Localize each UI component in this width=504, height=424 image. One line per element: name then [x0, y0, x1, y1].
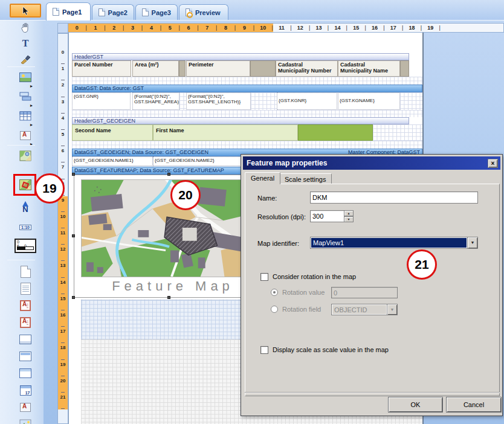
char-image-button[interactable]: A	[18, 400, 33, 414]
chevron-down-icon[interactable]: ▼	[467, 237, 477, 248]
select-tool-button[interactable]	[10, 4, 41, 18]
data-field[interactable]: {GST.KGNAME}	[338, 92, 400, 110]
label-icon: A	[20, 131, 31, 140]
consider-rotation-label: Consider rotation in the map	[273, 273, 356, 280]
tab-general[interactable]: General	[245, 172, 280, 184]
flyout-arrow-icon[interactable]: ▸	[30, 141, 33, 147]
hand-icon	[21, 22, 31, 33]
cancel-button[interactable]: Cancel	[446, 397, 502, 413]
insert-table-button[interactable]	[18, 109, 33, 123]
scale-bar-button[interactable]: 0 60	[12, 237, 39, 255]
data-field[interactable]: {GST_GEOEIGEN.NAME1}	[72, 156, 153, 166]
display-scale-checkbox[interactable]	[260, 346, 268, 354]
page-component-button[interactable]	[18, 265, 33, 279]
map-identifier-dropdown[interactable]: MapView1 ▼	[310, 237, 478, 249]
chevron-down-icon[interactable]: ▼	[387, 304, 397, 315]
selection-handle[interactable]	[72, 173, 75, 176]
flyout-arrow-icon[interactable]: ▸	[30, 122, 33, 127]
ok-button[interactable]: OK	[388, 397, 443, 413]
tool-palette: T ▸ ▸ ▸	[0, 21, 44, 424]
dialog-title-bar[interactable]: Feature map properties ×	[243, 156, 500, 170]
data-field[interactable]: {Format("{0:N2}", GST.SHAPE_AREA)}	[132, 92, 179, 110]
ruler-number: 17	[58, 327, 68, 344]
column-header-cell[interactable]: First Name	[153, 124, 298, 141]
selection-handle[interactable]	[72, 296, 75, 299]
date-button[interactable]: 17	[18, 383, 33, 397]
text-block-button[interactable]	[18, 281, 33, 296]
rotation-field-value: OBJECTID	[332, 305, 386, 314]
resolution-spinner[interactable]: ▲ ▼	[344, 210, 354, 222]
ruler-number: 16	[58, 311, 68, 327]
tab-scale-settings[interactable]: Scale settings	[279, 173, 332, 184]
selection-handle[interactable]	[167, 173, 170, 176]
insert-band-button[interactable]	[18, 89, 33, 104]
flyout-arrow-icon[interactable]: ▸	[30, 103, 33, 108]
insert-label-button[interactable]: A	[18, 128, 33, 143]
toolbar-separator	[7, 260, 35, 260]
format-painter-button[interactable]	[18, 52, 33, 66]
insert-image-button[interactable]	[18, 70, 33, 85]
rich-text-icon: A	[20, 317, 31, 328]
tab-page1[interactable]: Page1	[46, 2, 91, 21]
band-header-geoeigen[interactable]: HeaderGST_GEOEIGEN	[72, 117, 409, 124]
ruler-number: 10|	[254, 24, 273, 32]
flyout-arrow-icon[interactable]: ▸	[30, 83, 33, 89]
ruler-number: 1	[58, 65, 68, 81]
vertical-ruler: 0123456789101112131415161718192021	[57, 33, 68, 424]
column-header-cell[interactable]: Parcel Number	[72, 60, 131, 77]
ruler-number: 21	[58, 393, 68, 410]
brush-icon	[20, 54, 31, 64]
text-icon: T	[22, 38, 29, 49]
ruler-number: 6|	[180, 24, 199, 32]
rotation-value-radio[interactable]	[271, 289, 278, 296]
column-header-cell[interactable]: Second Name	[72, 124, 153, 141]
column-header-cell[interactable]: Cadastral Municipality Name	[338, 60, 400, 77]
ruler-number: 14|	[329, 24, 347, 32]
north-arrow-button[interactable]: N	[18, 197, 33, 216]
data-grid-button[interactable]	[18, 366, 33, 381]
rotation-field-dropdown[interactable]: OBJECTID ▼	[331, 304, 398, 315]
text-tool-button[interactable]: T	[18, 36, 33, 51]
tab-page2[interactable]: Page2	[92, 4, 134, 20]
spacer-block	[179, 60, 186, 77]
band-data-gst[interactable]: DataGST: Data Source: GST	[72, 85, 422, 92]
spacer-block	[400, 60, 409, 77]
rich-text-2-button[interactable]: A	[18, 315, 33, 330]
pan-tool-button[interactable]	[18, 21, 33, 35]
picture-button[interactable]	[18, 417, 33, 424]
ruler-number: 15	[58, 295, 68, 311]
rotation-field-radio[interactable]	[271, 306, 278, 313]
spin-down-icon[interactable]: ▼	[344, 216, 354, 222]
grid-strip	[72, 77, 422, 85]
rotation-value-input[interactable]	[331, 287, 398, 298]
tab-preview[interactable]: Preview	[179, 4, 228, 20]
spin-up-icon[interactable]: ▲	[344, 210, 354, 216]
close-icon[interactable]: ×	[488, 159, 498, 168]
band-header-gst[interactable]: HeaderGST	[72, 53, 409, 60]
name-input[interactable]	[310, 191, 478, 204]
page-icon	[21, 266, 31, 278]
rich-text-button[interactable]: A	[18, 298, 33, 313]
map-identifier-label: Map identifier:	[257, 240, 299, 247]
column-header-cell[interactable]: Perimeter	[186, 60, 250, 77]
callout-19: 19	[34, 173, 65, 204]
data-field[interactable]: {GST_GEOEIGEN.NAME2}	[153, 156, 244, 166]
selection-handle[interactable]	[72, 234, 75, 237]
panel-icon	[19, 335, 31, 344]
selection-handle[interactable]	[167, 296, 170, 299]
map-view-button[interactable]	[18, 149, 33, 163]
column-header-cell[interactable]: Area (m²)	[132, 60, 179, 77]
tab-page3[interactable]: Page3	[135, 4, 178, 20]
data-field[interactable]: {GST.GNR}	[72, 92, 131, 110]
toolbar-separator	[7, 145, 35, 146]
rotation-value-label: Rotation value	[282, 289, 325, 296]
ruler-number: 7|	[199, 24, 218, 32]
scale-text-button[interactable]: 1:10	[18, 220, 33, 234]
data-field[interactable]: {Format("{0:N2}", GST.SHAPE_LENGTH)}	[186, 92, 251, 110]
ruler-number: 2	[58, 81, 68, 97]
panel-button[interactable]	[18, 332, 33, 347]
column-header-cell[interactable]: Cadastral Municipality Number	[276, 60, 338, 77]
data-field[interactable]: {GST.KGNR}	[277, 92, 337, 110]
sub-report-button[interactable]	[18, 349, 33, 364]
consider-rotation-checkbox[interactable]	[260, 273, 268, 281]
